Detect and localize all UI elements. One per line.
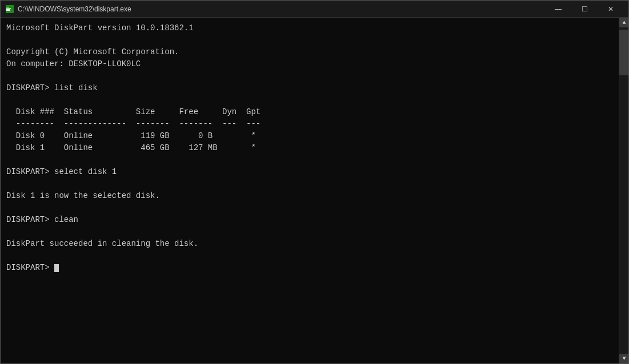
svg-rect-3 <box>6 9 10 10</box>
window: C:\WINDOWS\system32\diskpart.exe — ☐ ✕ M… <box>0 0 629 364</box>
svg-rect-4 <box>6 10 10 11</box>
scrollbar[interactable]: ▲ ▼ <box>619 18 628 363</box>
scrollbar-up-button[interactable]: ▲ <box>619 18 628 27</box>
window-content: Microsoft DiskPart version 10.0.18362.1 … <box>1 18 628 363</box>
close-button[interactable]: ✕ <box>598 1 624 18</box>
svg-rect-2 <box>6 8 11 9</box>
cursor <box>54 264 59 272</box>
svg-rect-1 <box>6 7 9 7</box>
window-controls: — ☐ ✕ <box>545 1 624 18</box>
minimize-button[interactable]: — <box>545 1 571 18</box>
title-bar: C:\WINDOWS\system32\diskpart.exe — ☐ ✕ <box>1 1 628 18</box>
scrollbar-track[interactable] <box>619 27 628 354</box>
terminal-icon <box>5 5 14 14</box>
maximize-button[interactable]: ☐ <box>571 1 598 18</box>
scrollbar-down-button[interactable]: ▼ <box>619 354 628 363</box>
terminal-output[interactable]: Microsoft DiskPart version 10.0.18362.1 … <box>1 18 619 363</box>
window-title: C:\WINDOWS\system32\diskpart.exe <box>18 5 545 13</box>
scrollbar-thumb[interactable] <box>619 30 628 75</box>
